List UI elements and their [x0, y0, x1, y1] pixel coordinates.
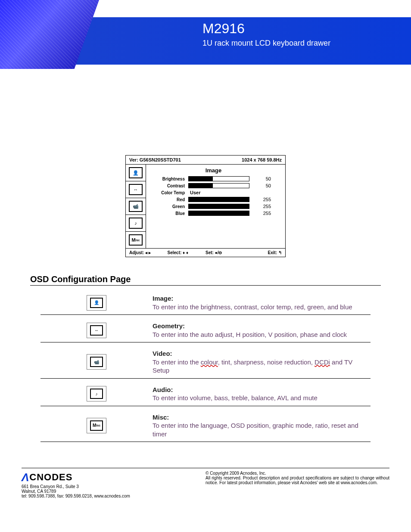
- osd-label-blue: Blue: [146, 211, 188, 216]
- colortemp-value[interactable]: User: [188, 190, 200, 195]
- cfg-icon-geometry: ↔: [87, 323, 106, 338]
- person-icon: 👤: [129, 167, 143, 178]
- osd-row-red: Red 255: [146, 197, 281, 202]
- cfg-row-image: 👤Image:To enter into the brightness, con…: [40, 292, 371, 315]
- osd-footer: Adjust: ◂ ▸ Select: ♦ ♦ Set: ●/⊖ Exit: ↰: [126, 248, 285, 257]
- osd-tab-misc[interactable]: Misc: [126, 232, 146, 248]
- company-logo: ΛCNODES: [22, 471, 206, 484]
- cfg-desc-geometry: To enter into the auto adjust, H positio…: [153, 331, 347, 338]
- footer-address-2: Walnut, CA 91789: [22, 489, 206, 494]
- osd-top-bar: Ver: G56SN20SSTD701 1024 x 768 59.8Hz: [126, 156, 285, 165]
- osd-label-colortemp: Color Temp: [146, 190, 188, 195]
- osd-hint-exit: Exit: ↰: [244, 250, 282, 255]
- osd-hint-set: Set: ●/⊖: [206, 250, 244, 255]
- geometry-icon: ↔: [90, 325, 103, 336]
- cfg-row-audio: ♪Audio:To enter into volume, bass, trebl…: [40, 383, 371, 406]
- osd-label-brightness: Brightness: [146, 177, 188, 181]
- misc-icon: Misc: [129, 234, 143, 246]
- brightness-value: 50: [249, 176, 271, 181]
- arrows-icon: ↔: [129, 184, 143, 195]
- red-value: 255: [249, 197, 271, 202]
- video-icon: 📹: [90, 357, 103, 367]
- footer-right: © Copyright 2009 Acnodes, Inc. All right…: [206, 471, 389, 498]
- misc-icon: Misc: [90, 420, 103, 431]
- product-model: M2916: [202, 21, 245, 37]
- config-section: OSD Configuration Page 👤Image:To enter i…: [30, 274, 381, 442]
- osd-tab-video[interactable]: 📹: [126, 198, 146, 215]
- contrast-value: 50: [249, 183, 271, 188]
- osd-tab-image[interactable]: 👤: [126, 165, 146, 181]
- cfg-icon-image: 👤: [87, 295, 106, 311]
- cfg-icon-audio: ♪: [87, 386, 106, 401]
- osd-hint-adjust: Adjust: ◂ ▸: [129, 250, 168, 255]
- image-icon: 👤: [90, 298, 103, 308]
- osd-heading: Image: [146, 167, 281, 174]
- cfg-icon-video: 📹: [87, 354, 106, 370]
- osd-row-colortemp: Color Temp User: [146, 190, 281, 195]
- green-value: 255: [249, 204, 271, 209]
- cfg-row-geometry: ↔Geometry:To enter into the auto adjust,…: [40, 319, 371, 342]
- osd-content: Image Brightness 50 Contrast 50 Color Te…: [146, 165, 285, 248]
- audio-icon: ♪: [90, 389, 103, 399]
- cfg-icon-misc: Misc: [87, 418, 106, 433]
- cfg-row-misc: MiscMisc:To enter into the language, OSD…: [40, 411, 371, 442]
- footer-legal: All rights reserved. Product description…: [206, 476, 389, 485]
- brightness-slider[interactable]: [188, 176, 249, 181]
- cfg-desc-image: To enter into the brightness, contrast, …: [153, 303, 352, 311]
- cfg-desc-audio: To enter into volume, bass, treble, bala…: [153, 394, 318, 401]
- footer-address-1: 661 Brea Canyon Rd., Suite 3: [22, 484, 206, 489]
- cfg-row-video: 📹Video:To enter into the colour, tint, s…: [40, 347, 371, 379]
- music-note-icon: ♪: [129, 218, 143, 229]
- osd-tab-audio[interactable]: ♪: [126, 215, 146, 232]
- osd-version: Ver: G56SN20SSTD701: [129, 157, 181, 162]
- header-banner: M2916 1U rack mount LCD keyboard drawer: [0, 0, 411, 69]
- footer-contact: tel: 909.598.7388, fax: 909.598.0218, ww…: [22, 494, 206, 498]
- footer-left: ΛCNODES 661 Brea Canyon Rd., Suite 3 Wal…: [22, 471, 206, 498]
- osd-row-brightness: Brightness 50: [146, 176, 281, 181]
- camera-icon: 📹: [129, 201, 143, 212]
- cfg-label-image: Image:: [153, 295, 173, 302]
- section-title: OSD Configuration Page: [30, 274, 381, 284]
- osd-label-green: Green: [146, 204, 188, 209]
- green-slider[interactable]: [188, 204, 249, 209]
- red-slider[interactable]: [188, 197, 249, 202]
- blue-slider[interactable]: [188, 211, 249, 216]
- osd-panel: Ver: G56SN20SSTD701 1024 x 768 59.8Hz 👤 …: [125, 155, 286, 257]
- osd-label-contrast: Contrast: [146, 184, 188, 188]
- cfg-label-misc: Misc:: [153, 414, 169, 421]
- cfg-desc-video: To enter into the colour, tint, sharpnes…: [153, 358, 352, 374]
- osd-row-blue: Blue 255: [146, 211, 281, 216]
- osd-row-contrast: Contrast 50: [146, 183, 281, 188]
- osd-hint-select: Select: ♦ ♦: [168, 250, 206, 255]
- footer-copyright: © Copyright 2009 Acnodes, Inc.: [206, 471, 389, 476]
- contrast-slider[interactable]: [188, 183, 249, 188]
- osd-row-green: Green 255: [146, 204, 281, 209]
- osd-resolution: 1024 x 768 59.8Hz: [242, 157, 282, 162]
- cfg-label-geometry: Geometry:: [153, 322, 185, 330]
- osd-tab-strip: 👤 ↔ 📹 ♪ Misc: [126, 165, 146, 248]
- cfg-desc-misc: To enter into the language, OSD position…: [153, 422, 358, 438]
- section-rule: [30, 285, 381, 286]
- cfg-label-video: Video:: [153, 350, 172, 357]
- product-subtitle: 1U rack mount LCD keyboard drawer: [202, 39, 330, 48]
- cfg-label-audio: Audio:: [153, 386, 173, 393]
- page-footer: ΛCNODES 661 Brea Canyon Rd., Suite 3 Wal…: [22, 468, 389, 498]
- blue-value: 255: [249, 211, 271, 216]
- osd-tab-geometry[interactable]: ↔: [126, 181, 146, 198]
- osd-label-red: Red: [146, 197, 188, 202]
